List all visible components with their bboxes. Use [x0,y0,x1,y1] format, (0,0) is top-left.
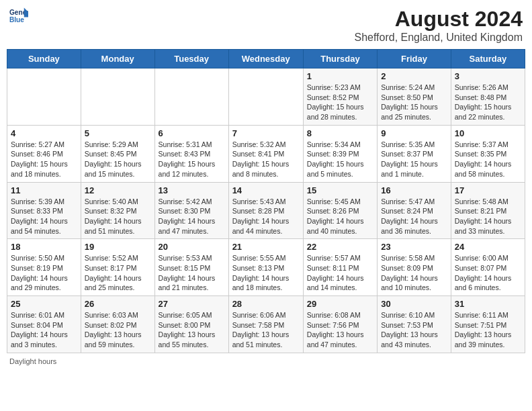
calendar-week-5: 25Sunrise: 6:01 AM Sunset: 8:04 PM Dayli… [7,296,525,353]
calendar-cell: 3Sunrise: 5:26 AM Sunset: 8:48 PM Daylig… [451,68,525,126]
calendar-cell: 18Sunrise: 5:50 AM Sunset: 8:19 PM Dayli… [7,239,81,296]
calendar-cell: 31Sunrise: 6:11 AM Sunset: 7:51 PM Dayli… [451,296,525,353]
calendar-header: Sunday Monday Tuesday Wednesday Thursday… [7,50,525,68]
calendar-cell: 30Sunrise: 6:10 AM Sunset: 7:53 PM Dayli… [378,296,451,353]
day-number: 15 [307,185,373,195]
day-number: 28 [232,299,300,309]
day-info: Sunrise: 5:31 AM Sunset: 8:43 PM Dayligh… [159,140,225,179]
day-info: Sunrise: 6:05 AM Sunset: 8:00 PM Dayligh… [159,310,225,350]
day-info: Sunrise: 6:08 AM Sunset: 7:56 PM Dayligh… [307,310,373,350]
day-info: Sunrise: 5:48 AM Sunset: 8:21 PM Dayligh… [455,197,521,236]
day-number: 22 [307,242,373,252]
day-info: Sunrise: 6:10 AM Sunset: 7:53 PM Dayligh… [381,310,447,350]
day-info: Sunrise: 5:39 AM Sunset: 8:33 PM Dayligh… [11,197,77,236]
header: General Blue August 2024 Shefford, Engla… [7,7,525,44]
calendar-cell: 4Sunrise: 5:27 AM Sunset: 8:46 PM Daylig… [7,125,81,182]
calendar-cell: 22Sunrise: 5:57 AM Sunset: 8:11 PM Dayli… [303,239,377,296]
day-number: 16 [381,185,447,195]
calendar-cell: 25Sunrise: 6:01 AM Sunset: 8:04 PM Dayli… [7,296,81,353]
day-info: Sunrise: 5:40 AM Sunset: 8:32 PM Dayligh… [85,197,151,236]
day-number: 9 [381,128,447,138]
day-number: 4 [11,128,77,138]
day-number: 29 [307,299,373,309]
day-info: Sunrise: 5:55 AM Sunset: 8:13 PM Dayligh… [232,253,300,293]
day-info: Sunrise: 5:42 AM Sunset: 8:30 PM Dayligh… [159,197,225,236]
header-tuesday: Tuesday [154,50,228,68]
logo: General Blue [9,7,30,26]
calendar-cell: 21Sunrise: 5:55 AM Sunset: 8:13 PM Dayli… [228,239,303,296]
day-number: 6 [159,128,225,138]
calendar-cell: 26Sunrise: 6:03 AM Sunset: 8:02 PM Dayli… [81,296,154,353]
day-info: Sunrise: 6:01 AM Sunset: 8:04 PM Dayligh… [11,310,77,350]
day-info: Sunrise: 5:24 AM Sunset: 8:50 PM Dayligh… [381,83,447,122]
header-monday: Monday [81,50,154,68]
calendar-week-2: 4Sunrise: 5:27 AM Sunset: 8:46 PM Daylig… [7,125,525,182]
day-number: 14 [232,185,300,195]
day-number: 7 [232,128,300,138]
calendar-cell: 20Sunrise: 5:53 AM Sunset: 8:15 PM Dayli… [154,239,228,296]
day-info: Sunrise: 5:52 AM Sunset: 8:17 PM Dayligh… [85,253,151,293]
header-sunday: Sunday [7,50,81,68]
day-info: Sunrise: 5:50 AM Sunset: 8:19 PM Dayligh… [11,253,77,293]
calendar-cell: 15Sunrise: 5:45 AM Sunset: 8:26 PM Dayli… [303,182,377,239]
footer-note: Daylight hours [7,357,525,365]
day-number: 21 [232,242,300,252]
calendar-cell: 23Sunrise: 5:58 AM Sunset: 8:09 PM Dayli… [378,239,451,296]
calendar-cell: 29Sunrise: 6:08 AM Sunset: 7:56 PM Dayli… [303,296,377,353]
day-info: Sunrise: 6:00 AM Sunset: 8:07 PM Dayligh… [455,253,521,293]
day-info: Sunrise: 5:57 AM Sunset: 8:11 PM Dayligh… [307,253,373,293]
day-info: Sunrise: 6:06 AM Sunset: 7:58 PM Dayligh… [232,310,300,350]
day-number: 27 [159,299,225,309]
title-area: August 2024 Shefford, England, United Ki… [354,7,523,44]
header-wednesday: Wednesday [228,50,303,68]
day-info: Sunrise: 5:37 AM Sunset: 8:35 PM Dayligh… [455,140,521,179]
day-number: 20 [159,242,225,252]
day-info: Sunrise: 5:45 AM Sunset: 8:26 PM Dayligh… [307,197,373,236]
day-number: 17 [455,185,521,195]
day-info: Sunrise: 5:35 AM Sunset: 8:37 PM Dayligh… [381,140,447,179]
calendar-table: Sunday Monday Tuesday Wednesday Thursday… [7,49,525,353]
footer-text: Daylight hours [9,357,56,365]
day-info: Sunrise: 5:27 AM Sunset: 8:46 PM Dayligh… [11,140,77,179]
day-number: 11 [11,185,77,195]
calendar-cell: 6Sunrise: 5:31 AM Sunset: 8:43 PM Daylig… [154,125,228,182]
day-number: 31 [455,299,521,309]
day-info: Sunrise: 5:32 AM Sunset: 8:41 PM Dayligh… [232,140,300,179]
day-number: 30 [381,299,447,309]
header-thursday: Thursday [303,50,377,68]
calendar-cell: 14Sunrise: 5:43 AM Sunset: 8:28 PM Dayli… [228,182,303,239]
day-number: 8 [307,128,373,138]
calendar-cell: 8Sunrise: 5:34 AM Sunset: 8:39 PM Daylig… [303,125,377,182]
header-friday: Friday [378,50,451,68]
calendar-cell [154,68,228,126]
calendar-cell: 12Sunrise: 5:40 AM Sunset: 8:32 PM Dayli… [81,182,154,239]
calendar-cell: 19Sunrise: 5:52 AM Sunset: 8:17 PM Dayli… [81,239,154,296]
day-info: Sunrise: 5:26 AM Sunset: 8:48 PM Dayligh… [455,83,521,122]
calendar-cell: 5Sunrise: 5:29 AM Sunset: 8:45 PM Daylig… [81,125,154,182]
calendar-week-1: 1Sunrise: 5:23 AM Sunset: 8:52 PM Daylig… [7,68,525,126]
day-number: 2 [381,71,447,81]
calendar-cell: 9Sunrise: 5:35 AM Sunset: 8:37 PM Daylig… [378,125,451,182]
subtitle: Shefford, England, United Kingdom [354,32,523,44]
calendar-cell [81,68,154,126]
day-number: 13 [159,185,225,195]
calendar-cell: 2Sunrise: 5:24 AM Sunset: 8:50 PM Daylig… [378,68,451,126]
day-number: 25 [11,299,77,309]
day-number: 19 [85,242,151,252]
calendar-body: 1Sunrise: 5:23 AM Sunset: 8:52 PM Daylig… [7,68,525,353]
calendar-cell: 27Sunrise: 6:05 AM Sunset: 8:00 PM Dayli… [154,296,228,353]
day-info: Sunrise: 5:29 AM Sunset: 8:45 PM Dayligh… [85,140,151,179]
day-number: 1 [307,71,373,81]
day-info: Sunrise: 5:58 AM Sunset: 8:09 PM Dayligh… [381,253,447,293]
day-info: Sunrise: 5:47 AM Sunset: 8:24 PM Dayligh… [381,197,447,236]
calendar-week-4: 18Sunrise: 5:50 AM Sunset: 8:19 PM Dayli… [7,239,525,296]
day-number: 23 [381,242,447,252]
day-info: Sunrise: 5:34 AM Sunset: 8:39 PM Dayligh… [307,140,373,179]
day-info: Sunrise: 6:11 AM Sunset: 7:51 PM Dayligh… [455,310,521,350]
calendar-week-3: 11Sunrise: 5:39 AM Sunset: 8:33 PM Dayli… [7,182,525,239]
calendar-cell: 7Sunrise: 5:32 AM Sunset: 8:41 PM Daylig… [228,125,303,182]
logo-icon: General Blue [9,7,28,26]
day-number: 5 [85,128,151,138]
day-number: 10 [455,128,521,138]
header-saturday: Saturday [451,50,525,68]
